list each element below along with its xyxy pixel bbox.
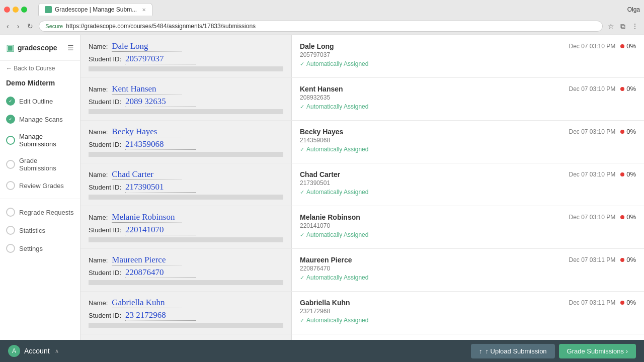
scan-obscured-line xyxy=(89,280,283,285)
auto-assigned-badge: ✓ Automatically Assigned xyxy=(300,103,565,110)
sidebar-item-grade-submissions[interactable]: Grade Submissions xyxy=(0,152,80,176)
close-button[interactable] xyxy=(4,7,10,13)
sidebar-nav: ✓ Edit Outline ✓ Manage Scans Manage Sub… xyxy=(0,92,80,340)
menu-icon[interactable]: ⋮ xyxy=(630,21,640,31)
name-label: Name: xyxy=(89,256,108,264)
info-right: Dec 07 03:10 PM 0% xyxy=(569,170,636,178)
name-label: Name: xyxy=(89,299,108,307)
check-icon: ✓ xyxy=(300,232,304,238)
auto-assigned-badge: ✓ Automatically Assigned xyxy=(300,274,565,281)
handwritten-name: Chad Carter xyxy=(112,169,182,180)
sidebar-label-grade-submissions: Grade Submissions xyxy=(19,157,74,172)
upload-icon: ↑ xyxy=(479,347,482,355)
sidebar-logo: ▣ gradescope ☰ xyxy=(0,35,80,61)
check-icon: ✓ xyxy=(300,61,304,67)
grade-submissions-icon xyxy=(6,160,15,169)
auto-assigned-badge: ✓ Automatically Assigned xyxy=(300,146,565,153)
account-avatar: A xyxy=(8,345,20,357)
name-label: Name: xyxy=(89,43,108,50)
info-left: Melanie Robinson 220141070 ✓ Automatical… xyxy=(300,213,565,238)
tab-favicon xyxy=(45,6,52,13)
id-label: Student ID: xyxy=(89,98,121,106)
sidebar-label-review-grades: Review Grades xyxy=(19,182,64,190)
edit-outline-icon: ✓ xyxy=(6,97,15,106)
submission-row[interactable]: Name: Melanie Robinson Student ID: 22014… xyxy=(80,206,644,249)
refresh-button[interactable]: ↻ xyxy=(25,21,36,31)
grade-dot-icon xyxy=(620,258,624,262)
info-left: Maureen Pierce 220876470 ✓ Automatically… xyxy=(300,256,565,281)
auto-assigned-label: Automatically Assigned xyxy=(306,317,368,324)
scan-obscured-line xyxy=(89,237,283,242)
student-id: 217390501 xyxy=(300,179,565,187)
student-id: 220876470 xyxy=(300,265,565,272)
handwritten-id: 220141070 xyxy=(125,225,196,235)
sidebar-item-regrade-requests[interactable]: Regrade Requests xyxy=(0,203,80,221)
active-tab[interactable]: Gradescope | Manage Subm... ✕ xyxy=(38,3,152,16)
auto-assigned-badge: ✓ Automatically Assigned xyxy=(300,317,565,324)
check-icon: ✓ xyxy=(300,104,304,110)
submission-scan-5: Name: Maureen Pierce Student ID: 2208764… xyxy=(80,249,292,291)
submission-row[interactable]: Name: Dale Long Student ID: 205797037 Da… xyxy=(80,35,644,78)
name-label: Name: xyxy=(89,214,108,221)
student-id: 205797037 xyxy=(300,51,565,58)
browser-chrome: Gradescope | Manage Subm... ✕ Olga ‹ › ↻… xyxy=(0,0,644,35)
grade-badge: 0% xyxy=(620,170,636,178)
bookmark-icon[interactable]: ☆ xyxy=(606,21,616,31)
auto-assigned-badge: ✓ Automatically Assigned xyxy=(300,60,565,67)
submission-info-3: Chad Carter 217390501 ✓ Automatically As… xyxy=(292,163,644,206)
submission-row[interactable]: Name: Gabriella Kuhn Student ID: 23 2172… xyxy=(80,292,644,334)
id-label: Student ID: xyxy=(89,141,121,148)
scan-obscured-line xyxy=(89,195,283,200)
sidebar-divider xyxy=(0,199,80,199)
submission-row[interactable]: Name: Charles Mendoza Student ID: 232264… xyxy=(80,334,644,340)
sidebar-item-statistics[interactable]: Statistics xyxy=(0,221,80,239)
sidebar-label-regrade-requests: Regrade Requests xyxy=(19,209,73,216)
sidebar-item-manage-submissions[interactable]: Manage Submissions xyxy=(0,128,80,152)
sidebar-item-manage-scans[interactable]: ✓ Manage Scans xyxy=(0,110,80,128)
minimize-button[interactable] xyxy=(13,7,19,13)
tab-close-icon[interactable]: ✕ xyxy=(142,7,146,13)
info-right: Dec 07 03:10 PM 0% xyxy=(569,85,636,93)
student-name: Dale Long xyxy=(300,42,565,50)
sidebar-item-review-grades[interactable]: Review Grades xyxy=(0,176,80,195)
handwritten-id: 2089 32635 xyxy=(125,97,196,107)
extension-icon[interactable]: ⧉ xyxy=(618,21,628,31)
upload-label: ↑ Upload Submission xyxy=(485,347,546,355)
info-right: Dec 07 03:10 PM 0% xyxy=(569,213,636,221)
hamburger-icon[interactable]: ☰ xyxy=(67,44,74,52)
manage-submissions-icon xyxy=(6,136,15,145)
submission-row[interactable]: Name: Chad Carter Student ID: 217390501 … xyxy=(80,163,644,206)
account-section[interactable]: A Account ∧ xyxy=(8,345,59,357)
submissions-list: Name: Dale Long Student ID: 205797037 Da… xyxy=(80,35,644,340)
student-name: Gabriella Kuhn xyxy=(300,299,565,307)
back-button[interactable]: ‹ xyxy=(4,21,12,31)
maximize-button[interactable] xyxy=(21,7,27,13)
grade-badge: 0% xyxy=(620,128,636,135)
back-to-course[interactable]: ← Back to Course xyxy=(0,61,80,76)
bottom-actions: ↑ ↑ Upload Submission Grade Submissions … xyxy=(471,344,636,358)
submission-row[interactable]: Name: Becky Hayes Student ID: 214359068 … xyxy=(80,121,644,163)
auto-assigned-label: Automatically Assigned xyxy=(306,60,368,67)
submission-row[interactable]: Name: Maureen Pierce Student ID: 2208764… xyxy=(80,249,644,292)
sidebar-item-edit-outline[interactable]: ✓ Edit Outline xyxy=(0,92,80,110)
id-label: Student ID: xyxy=(89,184,121,191)
url-bar[interactable]: Secure https://gradescope.com/courses/54… xyxy=(39,21,603,32)
student-id: 208932635 xyxy=(300,94,565,101)
grade-badge: 0% xyxy=(620,213,636,221)
submission-info-6: Gabriella Kuhn 232172968 ✓ Automatically… xyxy=(292,292,644,334)
grade-submissions-button[interactable]: Grade Submissions › xyxy=(559,344,636,358)
handwritten-name: Kent Hansen xyxy=(112,84,182,95)
grade-value: 0% xyxy=(626,299,636,306)
info-right: Dec 07 03:10 PM 0% xyxy=(569,128,636,135)
forward-button[interactable]: › xyxy=(15,21,22,31)
handwritten-id: 205797037 xyxy=(125,54,196,64)
bottom-bar: A Account ∧ ↑ ↑ Upload Submission Grade … xyxy=(0,340,644,362)
submission-time: Dec 07 03:10 PM xyxy=(569,214,615,221)
submission-row[interactable]: Name: Kent Hansen Student ID: 2089 32635… xyxy=(80,78,644,121)
grade-dot-icon xyxy=(620,215,624,219)
regrade-requests-icon xyxy=(6,208,15,217)
auto-assigned-label: Automatically Assigned xyxy=(306,146,368,153)
upload-submission-button[interactable]: ↑ ↑ Upload Submission xyxy=(471,344,555,358)
auto-assigned-label: Automatically Assigned xyxy=(306,189,368,196)
sidebar-item-settings[interactable]: Settings xyxy=(0,239,80,257)
